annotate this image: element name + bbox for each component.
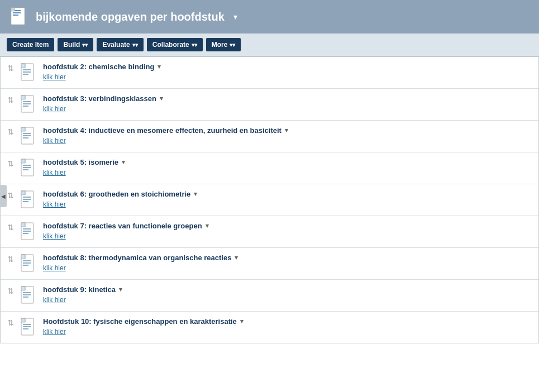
- svg-rect-3: [13, 15, 18, 16]
- drag-handle[interactable]: ⇅: [7, 317, 14, 327]
- more-button[interactable]: More▾▾: [206, 38, 241, 51]
- document-icon: [20, 190, 37, 210]
- svg-rect-42: [23, 292, 31, 293]
- item-action-dropdown-icon[interactable]: ▾: [235, 254, 238, 261]
- item-link[interactable]: klik hier: [43, 73, 66, 81]
- item-link[interactable]: klik hier: [43, 169, 66, 176]
- item-title-text: hoofdstuk 9: kinetica: [43, 285, 116, 294]
- sidebar-toggle[interactable]: ◀: [0, 185, 7, 207]
- drag-handle[interactable]: ⇅: [7, 94, 14, 104]
- page-title: bijkomende opgaven per hoofdstuk: [36, 11, 225, 23]
- collaborate-arrow-icon: ▾▾: [192, 42, 197, 48]
- item-title-row: hoofdstuk 3: verbindingsklassen▾: [43, 94, 532, 103]
- item-action-dropdown-icon[interactable]: ▾: [158, 63, 161, 70]
- svg-rect-36: [21, 255, 25, 259]
- item-title-text: hoofdstuk 6: grootheden en stoichiometri…: [43, 190, 190, 198]
- item-action-dropdown-icon[interactable]: ▾: [285, 127, 288, 134]
- svg-rect-24: [23, 169, 28, 170]
- svg-rect-7: [23, 69, 31, 70]
- svg-rect-44: [23, 297, 28, 298]
- item-action-dropdown-icon[interactable]: ▾: [122, 159, 125, 166]
- page-header: bijkomende opgaven per hoofdstuk ▾: [0, 0, 539, 34]
- item-content: hoofdstuk 6: grootheden en stoichiometri…: [43, 190, 532, 208]
- content-area: ⇅ hoofdstuk 2: chemische binding▾klik hi…: [0, 56, 539, 343]
- item-link[interactable]: klik hier: [43, 137, 66, 145]
- create-item-button[interactable]: Create Item: [7, 38, 54, 51]
- svg-rect-46: [21, 318, 25, 322]
- svg-rect-13: [23, 103, 31, 104]
- list-item: ⇅ Hoofdstuk 10: fysische eigenschappen e…: [1, 312, 538, 343]
- header-icon: [9, 7, 29, 27]
- drag-handle[interactable]: ⇅: [7, 190, 14, 200]
- svg-rect-23: [23, 167, 31, 168]
- svg-rect-37: [23, 260, 31, 261]
- drag-handle[interactable]: ⇅: [7, 285, 14, 295]
- item-content: hoofdstuk 8: thermodynamica van organisc…: [43, 254, 532, 272]
- svg-rect-27: [23, 197, 31, 198]
- svg-rect-26: [21, 191, 25, 195]
- svg-rect-17: [23, 133, 31, 134]
- document-icon: [20, 158, 37, 178]
- item-link[interactable]: klik hier: [43, 105, 66, 113]
- build-button[interactable]: Build▾▾: [58, 38, 93, 51]
- svg-rect-11: [21, 95, 25, 99]
- svg-rect-8: [23, 71, 31, 73]
- build-arrow-icon: ▾▾: [82, 42, 88, 48]
- list-item: ⇅ hoofdstuk 6: grootheden en stoichiomet…: [1, 184, 538, 216]
- item-link[interactable]: klik hier: [43, 232, 66, 240]
- item-title-text: hoofdstuk 7: reacties van functionele gr…: [43, 222, 202, 230]
- svg-rect-19: [23, 137, 28, 138]
- svg-rect-31: [21, 223, 25, 227]
- item-title-row: hoofdstuk 8: thermodynamica van organisc…: [43, 254, 532, 262]
- list-item: ⇅ hoofdstuk 3: verbindingsklassen▾klik h…: [1, 89, 538, 121]
- svg-rect-9: [23, 74, 28, 75]
- item-content: hoofdstuk 7: reacties van functionele gr…: [43, 222, 532, 240]
- item-action-dropdown-icon[interactable]: ▾: [206, 222, 209, 230]
- item-title-text: Hoofdstuk 10: fysische eigenschappen en …: [43, 317, 237, 326]
- header-dropdown-icon[interactable]: ▾: [233, 12, 237, 21]
- document-icon: [20, 222, 37, 242]
- document-icon: [20, 285, 37, 305]
- list-item: ⇅ hoofdstuk 7: reacties van functionele …: [1, 216, 538, 248]
- document-icon: [20, 317, 37, 337]
- drag-handle[interactable]: ⇅: [7, 254, 14, 264]
- svg-rect-6: [21, 64, 25, 68]
- item-content: hoofdstuk 9: kinetica▾klik hier: [43, 285, 532, 304]
- item-action-dropdown-icon[interactable]: ▾: [240, 318, 244, 325]
- svg-rect-21: [21, 159, 25, 163]
- svg-rect-41: [21, 286, 25, 290]
- svg-rect-38: [23, 262, 31, 264]
- svg-rect-14: [23, 106, 28, 107]
- list-item: ⇅ hoofdstuk 8: thermodynamica van organi…: [1, 248, 538, 280]
- collaborate-button[interactable]: Collaborate▾▾: [147, 38, 203, 51]
- item-title-row: hoofdstuk 6: grootheden en stoichiometri…: [43, 190, 532, 198]
- svg-rect-32: [23, 228, 31, 230]
- list-item: ⇅ hoofdstuk 2: chemische binding▾klik hi…: [1, 57, 538, 89]
- more-arrow-icon: ▾▾: [230, 42, 235, 48]
- item-link[interactable]: klik hier: [43, 200, 66, 208]
- item-link[interactable]: klik hier: [43, 296, 66, 304]
- item-content: Hoofdstuk 10: fysische eigenschappen en …: [43, 317, 532, 336]
- item-action-dropdown-icon[interactable]: ▾: [160, 95, 163, 102]
- item-action-dropdown-icon[interactable]: ▾: [194, 190, 197, 198]
- svg-rect-33: [23, 231, 31, 232]
- item-content: hoofdstuk 5: isomerie▾klik hier: [43, 158, 532, 176]
- item-title-text: hoofdstuk 5: isomerie: [43, 158, 118, 166]
- svg-rect-16: [21, 127, 25, 131]
- item-link[interactable]: klik hier: [43, 328, 66, 336]
- svg-rect-22: [23, 165, 31, 166]
- document-icon: [20, 94, 37, 114]
- drag-handle[interactable]: ⇅: [7, 222, 14, 232]
- svg-rect-4: [11, 8, 15, 11]
- item-action-dropdown-icon[interactable]: ▾: [119, 286, 122, 293]
- item-title-row: Hoofdstuk 10: fysische eigenschappen en …: [43, 317, 532, 326]
- drag-handle[interactable]: ⇅: [7, 126, 14, 136]
- document-icon: [20, 254, 37, 274]
- item-link[interactable]: klik hier: [43, 264, 66, 272]
- drag-handle[interactable]: ⇅: [7, 63, 14, 73]
- drag-handle[interactable]: ⇅: [7, 158, 14, 168]
- item-title-text: hoofdstuk 8: thermodynamica van organisc…: [43, 254, 231, 262]
- svg-rect-48: [23, 326, 31, 327]
- evaluate-button[interactable]: Evaluate▾▾: [97, 38, 143, 51]
- svg-rect-12: [23, 101, 31, 102]
